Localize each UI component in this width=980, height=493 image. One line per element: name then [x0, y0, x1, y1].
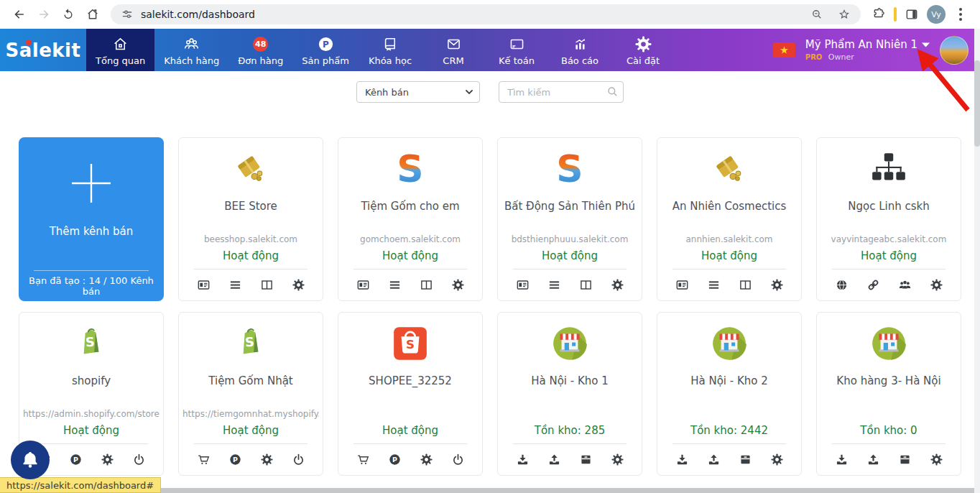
scrollbar-thumb[interactable] — [974, 60, 980, 147]
address-card-icon[interactable] — [198, 279, 210, 291]
archive-icon[interactable] — [899, 453, 911, 466]
browser-menu-icon[interactable] — [948, 2, 973, 27]
nav-item-3[interactable]: PSản phẩm — [292, 29, 359, 71]
address-card-icon[interactable] — [676, 279, 688, 291]
cart-icon[interactable] — [357, 453, 369, 466]
add-channel-card[interactable]: Thêm kênh bán Bạn đã tạo : 14 / 100 Kênh… — [19, 137, 164, 301]
forward-icon[interactable] — [32, 2, 56, 27]
card-actions — [504, 269, 636, 300]
gear-icon[interactable] — [611, 453, 624, 466]
download-icon[interactable] — [676, 453, 688, 466]
bookmark-star-icon[interactable] — [838, 8, 851, 21]
cart-icon[interactable] — [198, 453, 210, 466]
channel-card[interactable]: Hà Nội - Kho 1Tồn kho: 285 — [497, 312, 642, 476]
p-circle-icon[interactable]: P — [70, 453, 82, 466]
upload-icon[interactable] — [867, 453, 879, 466]
channel-card[interactable]: Ngọc Linh cskhvayvintageabc.salekit.comH… — [816, 137, 961, 301]
address-card-icon[interactable] — [357, 279, 369, 291]
link-icon[interactable] — [867, 279, 879, 291]
channel-card[interactable]: STiệm Gốm Nhậthttps://tiemgomnhat.myshop… — [178, 312, 323, 476]
card-status: Tồn kho: 285 — [535, 424, 605, 437]
gear-icon[interactable] — [292, 279, 305, 291]
channel-card[interactable]: An Nhiên Cosmecticsannhien.salekit.comHo… — [657, 137, 802, 301]
vietnam-flag-icon[interactable] — [773, 42, 795, 57]
bars-icon[interactable] — [548, 279, 560, 291]
side-panel-icon[interactable] — [900, 2, 924, 27]
address-card-icon[interactable] — [517, 279, 529, 291]
nav-item-1[interactable]: Khách hàng — [154, 29, 228, 71]
power-icon[interactable] — [292, 453, 305, 466]
gear-icon[interactable] — [101, 453, 114, 466]
filter-row: Kênh bán — [0, 81, 980, 103]
p-circle-icon[interactable]: P — [389, 453, 401, 466]
bars-icon[interactable] — [389, 279, 401, 291]
shopify-icon: S — [72, 324, 111, 363]
bars-icon[interactable] — [229, 279, 241, 291]
gear-icon[interactable] — [261, 453, 273, 466]
nav-item-4[interactable]: Khóa học — [359, 29, 422, 71]
zoom-icon[interactable] — [810, 8, 823, 21]
card-actions — [663, 269, 795, 300]
gear-icon[interactable] — [771, 453, 783, 466]
card-actions — [823, 444, 955, 475]
p-circle-icon[interactable]: P — [229, 453, 241, 466]
refresh-icon[interactable] — [56, 2, 80, 27]
search-box — [499, 81, 624, 103]
channel-grid: Thêm kênh bán Bạn đã tạo : 14 / 100 Kênh… — [19, 137, 961, 476]
globe-icon[interactable] — [836, 279, 848, 291]
download-icon[interactable] — [517, 453, 529, 466]
gear-icon[interactable] — [930, 453, 943, 466]
svg-text:S: S — [397, 149, 423, 188]
tune-icon[interactable] — [121, 8, 134, 21]
upload-icon[interactable] — [548, 453, 560, 466]
power-icon[interactable] — [452, 453, 464, 466]
channel-card[interactable]: SSHOPEE_32252Hoạt độngP — [338, 312, 483, 476]
gear-icon[interactable] — [771, 279, 783, 291]
columns-icon[interactable] — [580, 279, 592, 291]
card-domain: gomchoem.salekit.com — [360, 234, 461, 246]
card-actions — [185, 269, 317, 300]
salekit-logo[interactable]: Salekit — [0, 29, 86, 71]
pinned-extension-marker — [894, 7, 897, 22]
channel-card[interactable]: Hà Nội - Kho 2Tồn kho: 2442 — [657, 312, 802, 476]
profile-avatar[interactable]: Vy — [924, 2, 948, 27]
nav-item-2[interactable]: 48Đơn hàng — [228, 29, 292, 71]
columns-icon[interactable] — [739, 279, 752, 291]
channel-card[interactable]: BEE Storebeesshop.salekit.comHoạt động — [178, 137, 323, 301]
nav-item-0[interactable]: Tổng quan — [86, 29, 154, 71]
bars-icon[interactable] — [708, 279, 720, 291]
power-icon[interactable] — [133, 453, 145, 466]
account-name: Mỹ Phẩm An Nhiên 1 — [805, 38, 917, 51]
user-avatar[interactable] — [940, 36, 969, 65]
archive-icon[interactable] — [580, 453, 592, 466]
channel-card[interactable]: Kho hàng 3- Hà NộiTồn kho: 0 — [816, 312, 961, 476]
nav-item-5[interactable]: CRM — [422, 29, 485, 71]
search-input[interactable] — [499, 81, 624, 103]
back-icon[interactable] — [7, 2, 32, 27]
nav-item-8[interactable]: Cài đặt — [611, 29, 675, 71]
archive-icon[interactable] — [739, 453, 752, 466]
nav-item-7[interactable]: Báo cáo — [548, 29, 611, 71]
gear-icon[interactable] — [930, 279, 943, 291]
nav-item-6[interactable]: Kế toán — [485, 29, 548, 71]
columns-icon[interactable] — [420, 279, 433, 291]
gear-icon[interactable] — [420, 453, 433, 466]
channel-select[interactable]: Kênh bán — [356, 81, 480, 103]
download-icon[interactable] — [836, 453, 848, 466]
channel-card[interactable]: STiệm Gốm cho emgomchoem.salekit.comHoạt… — [338, 137, 483, 301]
gear-icon[interactable] — [452, 279, 464, 291]
address-bar[interactable]: salekit.com/dashboard — [111, 4, 861, 24]
users-icon[interactable] — [899, 279, 911, 291]
home-button-icon[interactable] — [80, 2, 105, 27]
gear-icon[interactable] — [611, 279, 624, 291]
salekit-s-icon: S — [550, 149, 589, 188]
channel-card[interactable]: SBất Động Sản Thiên Phúbdsthienphuuu.sal… — [497, 137, 642, 301]
account-menu[interactable]: Mỹ Phẩm An Nhiên 1 PRO Owner — [805, 38, 930, 62]
card-title: BEE Store — [224, 200, 277, 213]
svg-text:S: S — [406, 338, 415, 351]
extensions-icon[interactable] — [866, 2, 891, 27]
columns-icon[interactable] — [261, 279, 273, 291]
app-navbar: Salekit Tổng quanKhách hàng48Đơn hàngPSả… — [0, 29, 980, 71]
upload-icon[interactable] — [708, 453, 720, 466]
notification-bell-button[interactable] — [11, 441, 50, 479]
